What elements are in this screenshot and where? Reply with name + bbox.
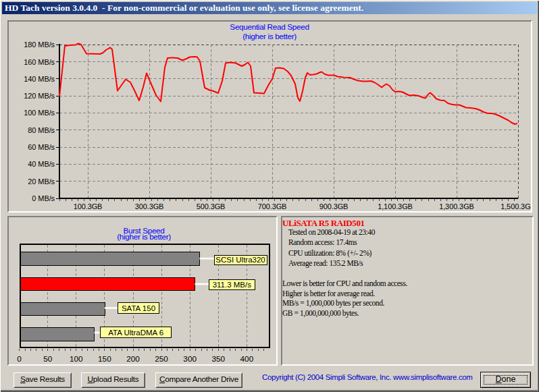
svg-text:100 MB/s: 100 MB/s [24,109,55,117]
svg-text:1,300.3GB: 1,300.3GB [439,202,474,211]
svg-text:150: 150 [98,354,111,364]
svg-text:(higher is better): (higher is better) [242,32,297,41]
svg-text:311.3 MB/s: 311.3 MB/s [213,281,252,289]
svg-text:SATA 150: SATA 150 [122,304,155,312]
svg-text:300: 300 [183,354,197,364]
svg-text:0: 0 [17,354,22,364]
svg-text:50: 50 [43,354,53,364]
svg-text:1,500.3GB: 1,500.3GB [500,202,531,211]
svg-text:350: 350 [211,354,225,364]
svg-text:100: 100 [70,354,83,364]
svg-text:SCSI Ultra320: SCSI Ultra320 [215,256,265,264]
svg-text:20 MB/s: 20 MB/s [28,177,55,186]
svg-text:1,100.3GB: 1,100.3GB [378,202,413,211]
svg-text:0 MB/s: 0 MB/s [32,194,55,202]
svg-text:140 MB/s: 140 MB/s [24,75,55,83]
svg-text:500.3GB: 500.3GB [197,202,226,211]
svg-text:60 MB/s: 60 MB/s [28,143,55,151]
svg-text:400: 400 [240,354,254,364]
svg-text:700.3GB: 700.3GB [258,202,287,211]
svg-text:250: 250 [155,354,168,364]
svg-text:(higher is better): (higher is better) [117,232,171,242]
svg-text:40 MB/s: 40 MB/s [28,160,55,168]
svg-text:900.3GB: 900.3GB [319,202,349,211]
svg-text:ATA UltraDMA 6: ATA UltraDMA 6 [108,329,163,337]
svg-text:200: 200 [126,354,140,364]
svg-text:160 MB/s: 160 MB/s [24,58,55,66]
svg-text:180 MB/s: 180 MB/s [24,40,55,49]
svg-text:100.3GB: 100.3GB [74,202,103,211]
svg-text:Sequential Read Speed: Sequential Read Speed [230,22,309,32]
svg-text:300.3GB: 300.3GB [135,202,164,211]
svg-text:120 MB/s: 120 MB/s [24,92,55,100]
svg-text:80 MB/s: 80 MB/s [28,126,55,134]
